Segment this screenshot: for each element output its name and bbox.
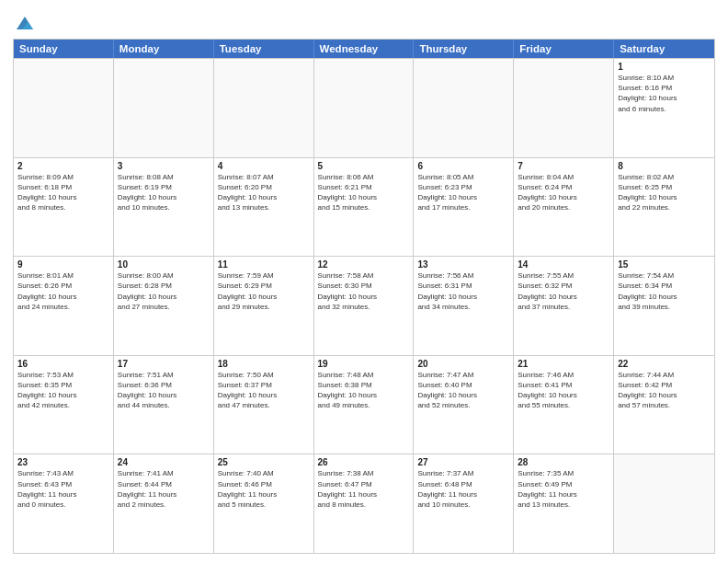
cal-header-wednesday: Wednesday	[314, 40, 415, 58]
day-number: 17	[118, 359, 210, 369]
day-info: Sunrise: 8:00 AM Sunset: 6:28 PM Dayligh…	[118, 270, 210, 312]
day-info: Sunrise: 8:07 AM Sunset: 6:20 PM Dayligh…	[218, 172, 310, 213]
cal-week-2: 2Sunrise: 8:09 AM Sunset: 6:18 PM Daylig…	[14, 157, 714, 257]
day-info: Sunrise: 7:59 AM Sunset: 6:29 PM Dayligh…	[218, 270, 310, 312]
day-number: 18	[218, 359, 310, 369]
cal-cell: 25Sunrise: 7:40 AM Sunset: 6:46 PM Dayli…	[214, 454, 314, 553]
day-number: 26	[318, 457, 410, 467]
day-number: 6	[417, 161, 509, 171]
day-number: 14	[518, 259, 609, 270]
day-number: 1	[618, 62, 711, 72]
day-info: Sunrise: 7:48 AM Sunset: 6:38 PM Dayligh…	[318, 370, 410, 411]
cal-cell: 13Sunrise: 7:56 AM Sunset: 6:31 PM Dayli…	[414, 257, 514, 355]
cal-cell: 16Sunrise: 7:53 AM Sunset: 6:35 PM Dayli…	[14, 356, 114, 454]
cal-cell: 26Sunrise: 7:38 AM Sunset: 6:47 PM Dayli…	[314, 454, 415, 553]
day-info: Sunrise: 8:08 AM Sunset: 6:19 PM Dayligh…	[118, 172, 210, 213]
day-number: 3	[118, 161, 210, 171]
day-number: 2	[17, 161, 109, 171]
day-number: 24	[118, 457, 210, 467]
day-info: Sunrise: 8:10 AM Sunset: 6:16 PM Dayligh…	[618, 73, 711, 114]
cal-cell	[214, 59, 314, 157]
cal-week-1: 1Sunrise: 8:10 AM Sunset: 6:16 PM Daylig…	[14, 58, 714, 157]
day-info: Sunrise: 7:51 AM Sunset: 6:36 PM Dayligh…	[118, 370, 210, 411]
day-info: Sunrise: 8:01 AM Sunset: 6:26 PM Dayligh…	[17, 270, 109, 312]
cal-cell: 10Sunrise: 8:00 AM Sunset: 6:28 PM Dayli…	[114, 257, 214, 355]
cal-cell: 28Sunrise: 7:35 AM Sunset: 6:49 PM Dayli…	[514, 454, 614, 553]
day-number: 21	[518, 359, 609, 369]
cal-cell: 14Sunrise: 7:55 AM Sunset: 6:32 PM Dayli…	[514, 257, 614, 355]
day-number: 9	[17, 259, 109, 270]
cal-week-3: 9Sunrise: 8:01 AM Sunset: 6:26 PM Daylig…	[14, 256, 714, 355]
day-number: 7	[518, 161, 609, 171]
cal-header-monday: Monday	[114, 40, 214, 58]
day-number: 4	[218, 161, 310, 171]
cal-cell: 8Sunrise: 8:02 AM Sunset: 6:25 PM Daylig…	[614, 158, 714, 257]
cal-cell: 22Sunrise: 7:44 AM Sunset: 6:42 PM Dayli…	[614, 356, 714, 454]
day-number: 19	[318, 359, 410, 369]
cal-cell: 4Sunrise: 8:07 AM Sunset: 6:20 PM Daylig…	[214, 158, 314, 257]
day-info: Sunrise: 7:44 AM Sunset: 6:42 PM Dayligh…	[618, 370, 711, 411]
day-number: 12	[318, 259, 410, 270]
day-number: 8	[618, 161, 711, 171]
day-number: 11	[218, 259, 310, 270]
cal-cell: 6Sunrise: 8:05 AM Sunset: 6:23 PM Daylig…	[414, 158, 514, 257]
day-number: 25	[218, 457, 310, 467]
cal-cell: 11Sunrise: 7:59 AM Sunset: 6:29 PM Dayli…	[214, 257, 314, 355]
day-info: Sunrise: 7:54 AM Sunset: 6:34 PM Dayligh…	[618, 270, 711, 312]
cal-cell: 7Sunrise: 8:04 AM Sunset: 6:24 PM Daylig…	[514, 158, 614, 257]
cal-cell	[414, 59, 514, 157]
day-info: Sunrise: 7:47 AM Sunset: 6:40 PM Dayligh…	[417, 370, 509, 411]
day-info: Sunrise: 7:55 AM Sunset: 6:32 PM Dayligh…	[518, 270, 609, 312]
day-info: Sunrise: 7:43 AM Sunset: 6:43 PM Dayligh…	[17, 468, 109, 510]
cal-cell: 3Sunrise: 8:08 AM Sunset: 6:19 PM Daylig…	[114, 158, 214, 257]
day-number: 13	[417, 259, 509, 270]
calendar-header-row: SundayMondayTuesdayWednesdayThursdayFrid…	[14, 40, 714, 58]
header	[13, 9, 715, 33]
cal-cell	[514, 59, 614, 157]
day-info: Sunrise: 7:53 AM Sunset: 6:35 PM Dayligh…	[17, 370, 109, 411]
day-number: 10	[118, 259, 210, 270]
day-info: Sunrise: 7:56 AM Sunset: 6:31 PM Dayligh…	[417, 270, 509, 312]
day-info: Sunrise: 7:58 AM Sunset: 6:30 PM Dayligh…	[318, 270, 410, 312]
cal-cell: 18Sunrise: 7:50 AM Sunset: 6:37 PM Dayli…	[214, 356, 314, 454]
cal-cell: 23Sunrise: 7:43 AM Sunset: 6:43 PM Dayli…	[14, 454, 114, 553]
cal-cell	[14, 59, 114, 157]
cal-cell: 21Sunrise: 7:46 AM Sunset: 6:41 PM Dayli…	[514, 356, 614, 454]
day-info: Sunrise: 8:02 AM Sunset: 6:25 PM Dayligh…	[618, 172, 711, 213]
day-number: 5	[318, 161, 410, 171]
cal-cell: 9Sunrise: 8:01 AM Sunset: 6:26 PM Daylig…	[14, 257, 114, 355]
cal-cell	[314, 59, 415, 157]
logo-icon	[15, 13, 35, 33]
calendar-body: 1Sunrise: 8:10 AM Sunset: 6:16 PM Daylig…	[14, 58, 714, 553]
day-number: 28	[518, 457, 609, 467]
cal-header-thursday: Thursday	[414, 40, 514, 58]
cal-header-saturday: Saturday	[614, 40, 714, 58]
cal-cell: 27Sunrise: 7:37 AM Sunset: 6:48 PM Dayli…	[414, 454, 514, 553]
day-number: 16	[17, 359, 109, 369]
cal-cell	[614, 454, 714, 553]
day-info: Sunrise: 7:35 AM Sunset: 6:49 PM Dayligh…	[518, 468, 609, 510]
cal-cell	[114, 59, 214, 157]
day-number: 23	[17, 457, 109, 467]
day-number: 15	[618, 259, 711, 270]
day-info: Sunrise: 7:41 AM Sunset: 6:44 PM Dayligh…	[118, 468, 210, 510]
cal-cell: 24Sunrise: 7:41 AM Sunset: 6:44 PM Dayli…	[114, 454, 214, 553]
day-info: Sunrise: 8:05 AM Sunset: 6:23 PM Dayligh…	[417, 172, 509, 213]
day-number: 22	[618, 359, 711, 369]
cal-cell: 19Sunrise: 7:48 AM Sunset: 6:38 PM Dayli…	[314, 356, 415, 454]
day-info: Sunrise: 8:09 AM Sunset: 6:18 PM Dayligh…	[17, 172, 109, 213]
cal-header-sunday: Sunday	[14, 40, 114, 58]
day-info: Sunrise: 8:06 AM Sunset: 6:21 PM Dayligh…	[318, 172, 410, 213]
page: SundayMondayTuesdayWednesdayThursdayFrid…	[0, 0, 728, 563]
calendar: SundayMondayTuesdayWednesdayThursdayFrid…	[13, 39, 715, 554]
cal-cell: 1Sunrise: 8:10 AM Sunset: 6:16 PM Daylig…	[614, 59, 714, 157]
day-info: Sunrise: 7:38 AM Sunset: 6:47 PM Dayligh…	[318, 468, 410, 510]
day-number: 20	[417, 359, 509, 369]
logo	[13, 13, 35, 33]
day-info: Sunrise: 8:04 AM Sunset: 6:24 PM Dayligh…	[518, 172, 609, 213]
cal-cell: 12Sunrise: 7:58 AM Sunset: 6:30 PM Dayli…	[314, 257, 415, 355]
cal-cell: 20Sunrise: 7:47 AM Sunset: 6:40 PM Dayli…	[414, 356, 514, 454]
cal-week-5: 23Sunrise: 7:43 AM Sunset: 6:43 PM Dayli…	[14, 454, 714, 553]
cal-week-4: 16Sunrise: 7:53 AM Sunset: 6:35 PM Dayli…	[14, 355, 714, 454]
day-info: Sunrise: 7:46 AM Sunset: 6:41 PM Dayligh…	[518, 370, 609, 411]
